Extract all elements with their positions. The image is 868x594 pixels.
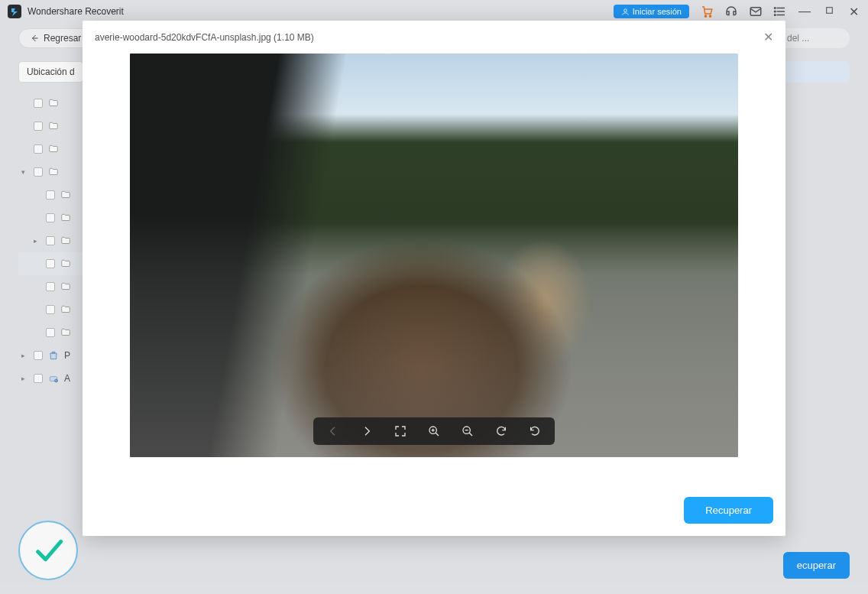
zoom-in-icon[interactable]: [426, 424, 442, 439]
zoom-out-icon[interactable]: [460, 424, 475, 439]
modal-filename: averie-woodard-5d20kdvFCfA-unsplash.jpg …: [95, 32, 314, 43]
rotate-left-icon[interactable]: [527, 424, 542, 439]
close-icon[interactable]: ✕: [763, 30, 773, 44]
recover-button[interactable]: Recuperar: [684, 497, 773, 524]
prev-icon[interactable]: [326, 424, 341, 439]
modal-header: averie-woodard-5d20kdvFCfA-unsplash.jpg …: [95, 30, 773, 44]
fullscreen-icon[interactable]: [393, 424, 408, 439]
next-icon[interactable]: [359, 424, 374, 439]
modal-footer: Recuperar: [95, 497, 773, 524]
rotate-right-icon[interactable]: [494, 424, 509, 439]
svg-line-18: [469, 433, 472, 436]
modal-overlay: averie-woodard-5d20kdvFCfA-unsplash.jpg …: [0, 0, 868, 594]
preview-image: [130, 54, 738, 457]
preview-toolbar: [313, 417, 555, 445]
preview-wrap: [95, 54, 773, 457]
svg-line-14: [436, 433, 439, 436]
preview-modal: averie-woodard-5d20kdvFCfA-unsplash.jpg …: [83, 21, 785, 536]
